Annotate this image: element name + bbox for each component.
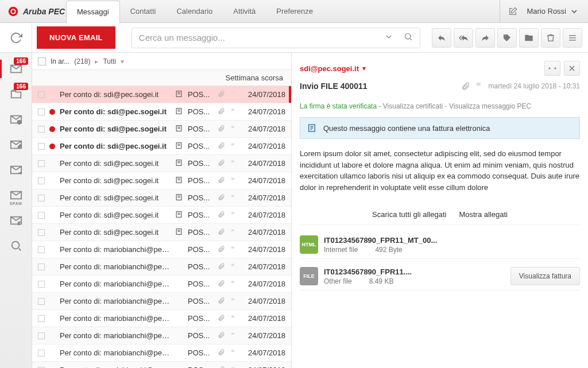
- archive-button[interactable]: [519, 28, 539, 48]
- flag-icon[interactable]: [230, 348, 237, 357]
- row-checkbox[interactable]: [38, 160, 45, 167]
- message-row[interactable]: Per conto di: sdi@pec.sogei.itPOS...24/0…: [32, 172, 291, 189]
- rail-drafts[interactable]: [0, 132, 32, 157]
- read-sender[interactable]: sdi@pec.sogei.it: [300, 64, 359, 73]
- row-checkbox[interactable]: [38, 229, 45, 236]
- message-row[interactable]: Per conto di: mariobianchi@pec.itPOS...2…: [32, 293, 291, 310]
- row-checkbox[interactable]: [38, 332, 45, 339]
- folder-icon: [524, 33, 533, 42]
- close-icon: [567, 64, 577, 73]
- open-window-button[interactable]: [544, 61, 560, 76]
- row-checkbox[interactable]: [38, 212, 45, 219]
- message-row[interactable]: Per conto di: sdi@pec.sogei.itPOS...24/0…: [32, 155, 291, 172]
- flag-icon[interactable]: [230, 125, 237, 133]
- row-checkbox[interactable]: [38, 264, 45, 270]
- row-checkbox[interactable]: [38, 195, 45, 202]
- sender-dropdown[interactable]: ▾: [362, 64, 366, 72]
- message-row[interactable]: Per conto di: sdi@pec.sogei.itPOS...24/0…: [32, 121, 291, 138]
- attachment-row[interactable]: FILEIT01234567890_FPR11....Other file8.4…: [300, 262, 580, 290]
- svg-point-8: [11, 242, 19, 249]
- rail-inbox[interactable]: 166: [0, 56, 32, 82]
- flag-icon[interactable]: [230, 107, 237, 116]
- download-all-link[interactable]: Scarica tutti gli allegati: [372, 210, 446, 219]
- compose-button[interactable]: NUOVA EMAIL: [37, 26, 115, 49]
- rail-search[interactable]: [0, 233, 32, 258]
- flag-icon[interactable]: [230, 297, 237, 305]
- tab-attivita[interactable]: Attività: [223, 0, 266, 23]
- filter-name[interactable]: Tutti: [103, 57, 116, 65]
- reply-all-icon: [459, 33, 468, 42]
- forward-button[interactable]: [475, 28, 495, 48]
- rail-sent[interactable]: [0, 157, 32, 183]
- flag-icon[interactable]: [230, 331, 237, 340]
- search-dropdown[interactable]: [384, 32, 393, 44]
- row-checkbox[interactable]: [38, 246, 45, 253]
- tab-contatti[interactable]: Contatti: [120, 0, 167, 23]
- flag-icon[interactable]: [230, 90, 237, 99]
- rail-trash[interactable]: [0, 208, 32, 233]
- user-menu[interactable]: Mario Rossi: [527, 7, 579, 16]
- folder-name[interactable]: In ar...: [51, 57, 69, 65]
- message-row[interactable]: Per conto di: sdi@pec.sogei.itPOS...24/0…: [32, 189, 291, 207]
- message-row[interactable]: Per conto di: mariobianchi@pec.itPOS...2…: [32, 310, 291, 327]
- view-certificates-link[interactable]: Visualizza certificati: [383, 102, 443, 110]
- row-checkbox[interactable]: [38, 177, 45, 184]
- read-actions: [544, 61, 580, 76]
- flag-icon[interactable]: [230, 262, 237, 271]
- flag-icon[interactable]: [230, 193, 237, 202]
- message-row[interactable]: Per conto di: mariobianchi@pec.itPOS...2…: [32, 327, 291, 344]
- flag-icon[interactable]: [230, 366, 237, 368]
- message-row[interactable]: Per conto di: mariobianchi@pec.itPOS...2…: [32, 344, 291, 362]
- attachment-row[interactable]: HTMLIT01234567890_FPR11_MT_00...Internet…: [300, 231, 580, 259]
- show-attachments-link[interactable]: Mostra allegati: [459, 210, 508, 219]
- rail-folders[interactable]: 166: [0, 82, 32, 107]
- rail-certified[interactable]: [0, 107, 32, 132]
- flag-icon[interactable]: [230, 280, 237, 288]
- search-button[interactable]: [404, 32, 413, 44]
- delete-button[interactable]: [541, 28, 560, 48]
- row-checkbox[interactable]: [38, 298, 45, 305]
- compose-icon-button[interactable]: [500, 0, 517, 23]
- search-input[interactable]: [139, 33, 380, 42]
- reply-button[interactable]: [432, 28, 451, 48]
- rail-spam[interactable]: SPAM: [0, 183, 32, 208]
- message-row[interactable]: Per conto di: sdi@pec.sogei.itPOS...24/0…: [32, 224, 291, 241]
- row-checkbox[interactable]: [38, 281, 45, 288]
- select-all-checkbox[interactable]: [38, 57, 46, 65]
- filter-chevron-icon[interactable]: ▾: [121, 57, 124, 65]
- row-checkbox[interactable]: [38, 143, 45, 150]
- close-reader-button[interactable]: [564, 61, 580, 76]
- flag-icon[interactable]: [230, 142, 237, 150]
- flag-icon[interactable]: [230, 159, 237, 168]
- message-list[interactable]: Per conto di: sdi@pec.sogei.itPOS...24/0…: [32, 86, 291, 368]
- row-checkbox[interactable]: [38, 91, 45, 98]
- row-checkbox[interactable]: [38, 315, 45, 322]
- tab-messaggi[interactable]: Messaggi: [66, 1, 120, 24]
- flag-icon[interactable]: [230, 228, 237, 237]
- message-row[interactable]: Per conto di: mariobianchi@pec.itPOS...2…: [32, 276, 291, 293]
- tab-calendario[interactable]: Calendario: [166, 0, 223, 23]
- message-row[interactable]: Per conto di: sdi@pec.sogei.itPOS...24/0…: [32, 207, 291, 224]
- view-pec-link[interactable]: Visualizza messaggio PEC: [449, 102, 531, 110]
- view-invoice-button[interactable]: Visualizza fattura: [510, 267, 580, 285]
- flag-icon[interactable]: [230, 176, 237, 185]
- message-row[interactable]: Per conto di: mariobianchi@pec.itPOS...2…: [32, 241, 291, 258]
- message-row[interactable]: Per conto di: sdi@pec.sogei.itPOS...24/0…: [32, 138, 291, 155]
- flag-icon[interactable]: [230, 314, 237, 323]
- flag-icon[interactable]: [230, 245, 237, 254]
- refresh-button[interactable]: [0, 23, 32, 53]
- flag-icon[interactable]: [230, 211, 237, 219]
- message-row[interactable]: Per conto di: mariobianchi@pec.itPOS...2…: [32, 362, 291, 368]
- reply-all-button[interactable]: [454, 28, 473, 48]
- row-checkbox[interactable]: [38, 109, 45, 115]
- flag-icon[interactable]: [475, 82, 484, 91]
- row-checkbox[interactable]: [38, 126, 45, 133]
- more-button[interactable]: [563, 28, 582, 48]
- row-checkbox[interactable]: [38, 350, 45, 357]
- tag-button[interactable]: [497, 28, 517, 48]
- message-row[interactable]: Per conto di: sdi@pec.sogei.itPOS...24/0…: [32, 103, 291, 121]
- attachment-icon: [461, 82, 470, 91]
- message-row[interactable]: Per conto di: mariobianchi@pec.itPOS...2…: [32, 258, 291, 276]
- tab-preferenze[interactable]: Preferenze: [266, 0, 323, 23]
- message-row[interactable]: Per conto di: sdi@pec.sogei.itPOS...24/0…: [32, 86, 291, 103]
